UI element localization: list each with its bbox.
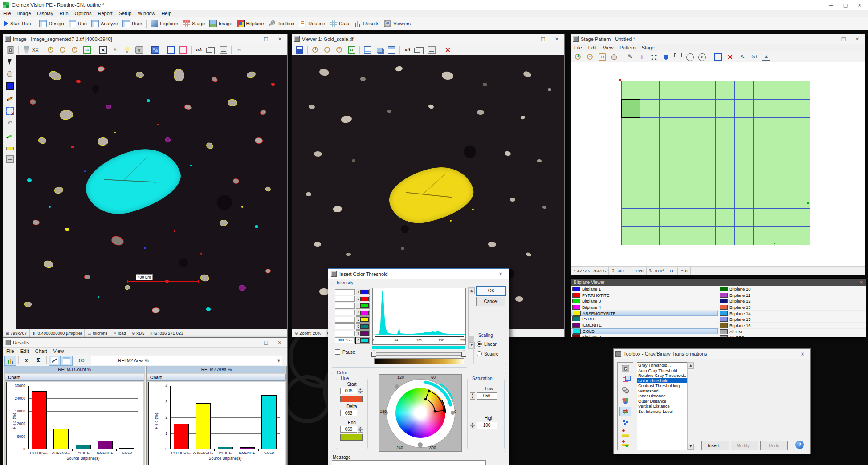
stage-cell[interactable]: [791, 190, 810, 209]
toolbox-item-inner-distance[interactable]: Inner Distance: [637, 393, 687, 399]
main-menu-setup[interactable]: Setup: [116, 10, 135, 16]
image-frame-blue-button[interactable]: [165, 45, 177, 55]
saturation-low-field[interactable]: 056: [477, 392, 497, 400]
bitplane-item-all-on[interactable]: All ON: [718, 329, 866, 335]
viewer-crop-button[interactable]: [414, 44, 426, 56]
viewer-save-button[interactable]: [293, 45, 306, 55]
range-field[interactable]: [335, 323, 355, 329]
toolbox-item-relative-gray-threshold[interactable]: Relative Gray Threshold..: [637, 373, 687, 378]
stage-cell[interactable]: [716, 172, 735, 190]
dialog-title-bar[interactable]: Insert Color Threshold ×: [328, 269, 509, 279]
bitplane-swatch-button-7[interactable]: 7: [356, 330, 370, 336]
results-menu-chart[interactable]: Chart: [32, 348, 50, 354]
bitplane-item-all-off[interactable]: All OFF: [718, 335, 866, 338]
bitplane-swatch-button-4[interactable]: 4: [356, 310, 370, 316]
close-icon[interactable]: ×: [797, 350, 808, 358]
stage-cell[interactable]: [621, 172, 640, 190]
stage-pattern-points-button[interactable]: [648, 52, 660, 62]
image-crop-button[interactable]: [205, 44, 217, 56]
stage-circle-blue-button[interactable]: [660, 52, 672, 62]
stage-cell-selected[interactable]: [621, 99, 640, 118]
stage-circle-dot-button[interactable]: [696, 52, 708, 62]
stage-cell[interactable]: [659, 81, 678, 100]
stage-cell[interactable]: [734, 117, 754, 136]
insert-button[interactable]: Insert...: [701, 441, 729, 450]
stage-cell[interactable]: [659, 136, 678, 154]
close-icon[interactable]: ×: [860, 280, 863, 285]
close-icon[interactable]: ×: [274, 339, 285, 346]
stage-cell[interactable]: [753, 81, 772, 100]
bitplane-swatch-button-6[interactable]: 6: [356, 323, 370, 330]
viewer-window-adjust-button[interactable]: [426, 45, 438, 55]
stage-cell[interactable]: [640, 154, 659, 173]
stage-zoom-in-button[interactable]: [572, 52, 584, 62]
toolbox-category-measure-objects[interactable]: [619, 439, 631, 449]
bitplane-item-gold[interactable]: GOLD: [571, 328, 718, 334]
stage-frame-blue-button[interactable]: [712, 52, 724, 62]
modify-button[interactable]: Modify...: [731, 441, 758, 450]
radio-square[interactable]: [477, 351, 482, 356]
undo-button[interactable]: Undo: [760, 441, 788, 450]
image-tool-pan-hand[interactable]: [5, 69, 14, 78]
main-analyze-button[interactable]: Analyze: [89, 18, 120, 28]
image-xx-button[interactable]: XX: [20, 45, 41, 55]
stage-cell[interactable]: [753, 154, 772, 173]
stage-grid[interactable]: [621, 81, 810, 245]
intensity-histogram[interactable]: 064128192255: [372, 288, 466, 345]
image-text-annotation-button[interactable]: [193, 45, 205, 55]
stage-cell[interactable]: [678, 117, 697, 136]
stage-pattern-canvas[interactable]: [571, 62, 865, 267]
stage-cell[interactable]: [716, 154, 735, 173]
bitplane-item-bitplane-1[interactable]: Bitplane 1: [571, 286, 718, 292]
stage-cell[interactable]: [678, 81, 697, 100]
viewer-fit-window-button[interactable]: [346, 45, 358, 55]
stage-cell[interactable]: [772, 136, 791, 154]
stage-cell[interactable]: [621, 81, 640, 100]
bitplane-item-pyrrhotite[interactable]: PYRRHOTITE: [571, 292, 718, 299]
stage-cell[interactable]: [791, 154, 810, 173]
stage-cell[interactable]: [678, 172, 697, 190]
stage-cell[interactable]: [716, 226, 735, 245]
saturation-high-field[interactable]: 100: [477, 422, 497, 429]
stage-cell[interactable]: [772, 154, 791, 173]
bitplane-item-ilmenite[interactable]: ILMENITE: [571, 322, 718, 328]
stage-cell[interactable]: [734, 208, 754, 227]
stage-cell[interactable]: [659, 154, 678, 173]
stage-cell[interactable]: [753, 208, 772, 227]
image-snapshot-button[interactable]: [133, 45, 145, 55]
stage-menu-pattern[interactable]: Pattern: [616, 44, 638, 51]
minimize-icon[interactable]: —: [246, 339, 258, 346]
range-field[interactable]: [335, 331, 355, 336]
stage-cell[interactable]: [659, 99, 678, 118]
toolbox-category-camera[interactable]: [619, 364, 631, 373]
toolbox-category-transform-arrows[interactable]: [619, 407, 631, 416]
stage-cell[interactable]: [791, 208, 810, 227]
image-tool-pencil[interactable]: [5, 131, 15, 141]
viewer-window-title-bar[interactable]: Viewer 1: Gold_scale.tif □ ×: [292, 34, 564, 44]
stage-cell[interactable]: [791, 117, 810, 136]
stage-delete-red-button[interactable]: [724, 52, 736, 62]
main-design-button[interactable]: Design: [37, 18, 66, 28]
hue-end-spinner[interactable]: ▲▼: [358, 426, 363, 433]
stage-cell[interactable]: [772, 81, 791, 100]
image-tool-undo[interactable]: [5, 119, 15, 128]
stage-cell[interactable]: [753, 172, 772, 190]
stage-cell[interactable]: [734, 99, 754, 118]
results-trend-button[interactable]: [49, 356, 61, 366]
toolbox-item-color-threshold[interactable]: Color Threshold...: [637, 378, 687, 384]
stage-circle-outline-button[interactable]: [684, 52, 696, 62]
toolbox-category-measure-red[interactable]: [619, 429, 631, 438]
stage-eject-button[interactable]: [760, 52, 772, 62]
viewer-delete-red-button[interactable]: [442, 45, 454, 55]
viewer-zoom-in-button[interactable]: [310, 45, 322, 55]
bitplane-viewer-header[interactable]: Bitplane Viewer ×: [571, 279, 866, 286]
bitplane-item-bitplane-4[interactable]: Bitplane 4: [571, 304, 718, 311]
bitplane-item-bitplane-10[interactable]: Bitplane 10: [718, 286, 866, 292]
bitplane-item-bitplane-15[interactable]: Bitplane 15: [718, 316, 866, 323]
range-field[interactable]: [335, 296, 355, 302]
stage-square-dotted-button[interactable]: [672, 52, 684, 62]
stage-cell[interactable]: [772, 208, 791, 227]
stage-cell[interactable]: [678, 136, 697, 154]
stage-cell[interactable]: [621, 226, 640, 245]
toolbox-list-scrollbar[interactable]: ▲ ▼: [687, 362, 694, 450]
